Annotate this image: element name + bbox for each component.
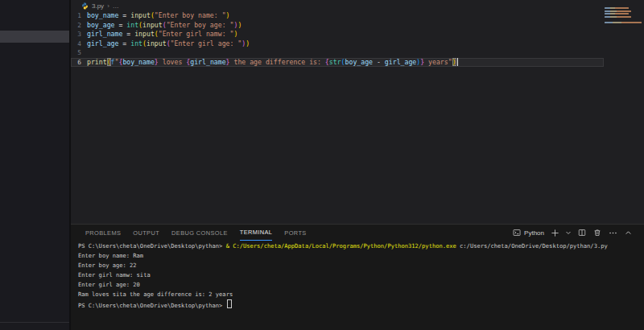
terminal-icon xyxy=(512,228,522,237)
terminal-line: PS C:\Users\cheta\OneDrive\Desktop\pytha… xyxy=(78,241,639,251)
panel-tab-problems[interactable]: PROBLEMS xyxy=(85,225,121,241)
shell-label: Python xyxy=(524,229,544,237)
editor[interactable]: 3.py › … 1boy_name = input("Enter boy na… xyxy=(71,0,644,224)
split-terminal-button[interactable] xyxy=(577,228,587,237)
code-line[interactable]: 1boy_name = input("Enter boy name: ") xyxy=(71,11,604,21)
left-strip-selection[interactable] xyxy=(0,31,69,43)
code-line[interactable]: 2boy_age = int(input("Enter boy age: ")) xyxy=(71,21,604,31)
minimap-line xyxy=(605,22,642,23)
code-line[interactable]: 6print(f"{boy_name} loves {girl_name} th… xyxy=(71,58,604,68)
panel-tab-ports[interactable]: PORTS xyxy=(284,225,306,241)
minimap-line xyxy=(605,10,631,12)
chevron-up-icon[interactable] xyxy=(623,228,633,237)
line-number: 2 xyxy=(71,21,87,31)
line-number: 6 xyxy=(71,58,87,68)
terminal-line: Ram loves sita the age difference is: 2 … xyxy=(78,290,639,299)
panel-actions: Python xyxy=(512,228,633,237)
editor-cursor xyxy=(457,58,458,66)
terminal-line: Enter boy name: Ram xyxy=(78,251,639,261)
left-strip xyxy=(0,0,71,330)
breadcrumb-separator: › xyxy=(107,2,109,10)
panel-tab-debug-console[interactable]: DEBUG CONSOLE xyxy=(171,225,228,241)
minimap[interactable] xyxy=(605,7,642,25)
chevron-down-icon[interactable] xyxy=(565,228,572,237)
code-line[interactable]: 4girl_age = int(input("Enter girl age: "… xyxy=(71,39,604,49)
breadcrumb: 3.py › … xyxy=(71,0,644,11)
line-number: 3 xyxy=(71,30,87,39)
new-terminal-button[interactable] xyxy=(550,228,559,237)
trash-icon[interactable] xyxy=(592,228,602,237)
code-lines[interactable]: 1boy_name = input("Enter boy name: ")2bo… xyxy=(71,11,604,67)
python-file-icon xyxy=(81,2,89,10)
terminal-line: PS C:\Users\cheta\OneDrive\Desktop\pytha… xyxy=(78,299,639,309)
breadcrumb-file[interactable]: 3.py xyxy=(92,2,104,10)
shell-selector[interactable]: Python xyxy=(512,228,544,237)
line-number: 1 xyxy=(71,11,87,21)
breadcrumb-ellipsis[interactable]: … xyxy=(113,2,119,10)
minimap-line xyxy=(605,13,629,14)
ellipsis-icon[interactable] xyxy=(608,228,617,237)
panel-tab-output[interactable]: OUTPUT xyxy=(133,225,159,241)
terminal-line: Enter girl age: 20 xyxy=(78,280,639,290)
terminal-output[interactable]: PS C:\Users\cheta\OneDrive\Desktop\pytha… xyxy=(78,241,639,309)
code-line[interactable]: 5 xyxy=(71,48,604,58)
code-line[interactable]: 3girl_name = input("Enter girl namw: ") xyxy=(71,30,604,39)
terminal-line: Enter girl namw: sita xyxy=(78,270,639,280)
panel-tab-terminal[interactable]: TERMINAL xyxy=(240,225,273,241)
left-strip-divider xyxy=(0,322,69,323)
minimap-line xyxy=(605,7,629,9)
line-number: 4 xyxy=(71,39,87,49)
minimap-line xyxy=(605,16,631,18)
line-number: 5 xyxy=(71,48,87,58)
terminal-cursor xyxy=(227,299,233,308)
terminal-line: Enter boy age: 22 xyxy=(78,261,639,270)
bottom-panel: PROBLEMSOUTPUTDEBUG CONSOLETERMINALPORTS… xyxy=(71,224,644,330)
